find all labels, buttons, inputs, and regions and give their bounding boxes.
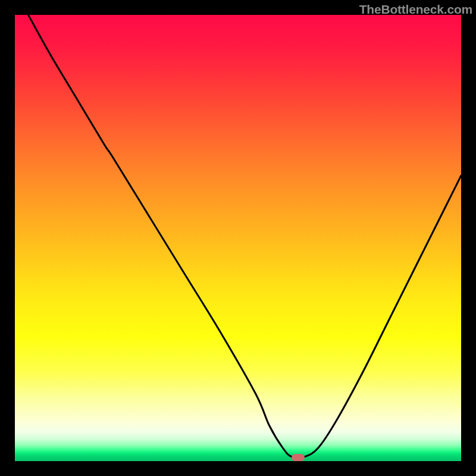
watermark-text: TheBottleneck.com (359, 2, 472, 17)
optimum-marker (292, 454, 305, 461)
bottleneck-curve (15, 15, 461, 461)
